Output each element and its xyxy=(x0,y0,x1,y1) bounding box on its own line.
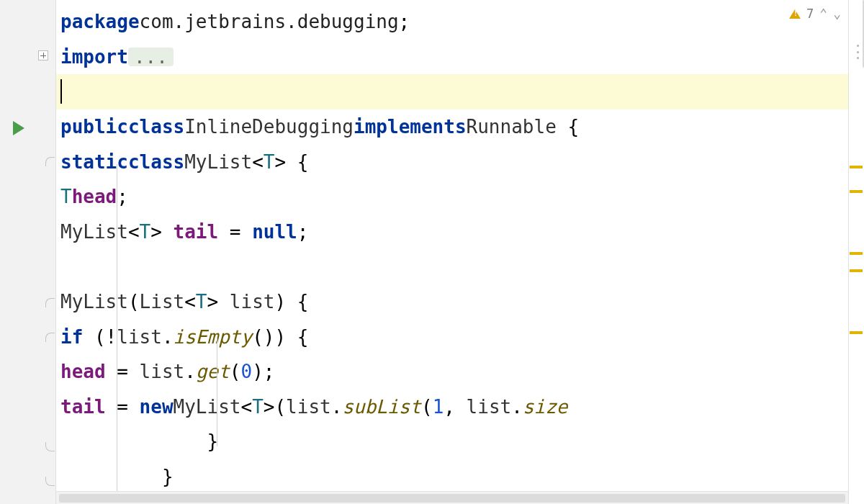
code-line: if (!list.isEmpty()) { xyxy=(56,319,848,354)
run-gutter-icon[interactable] xyxy=(13,121,24,135)
type-name: List xyxy=(140,292,185,311)
package-path: com.jetbrains.debugging xyxy=(140,12,399,31)
type-param: T xyxy=(60,187,72,206)
parameter: list xyxy=(286,397,331,416)
code-line xyxy=(56,249,848,284)
fold-guide xyxy=(117,164,117,504)
code-line: head = list.get(0); xyxy=(56,354,848,390)
warning-marker[interactable] xyxy=(850,331,863,334)
fold-region-start-icon[interactable] xyxy=(45,333,55,343)
type-param: T xyxy=(140,222,151,241)
editor-gutter[interactable] xyxy=(0,0,56,504)
code-line: MyList(List<T> list) { xyxy=(56,284,848,320)
keyword: if xyxy=(60,328,83,346)
method-call: get xyxy=(196,362,230,381)
type-name: InlineDebugging xyxy=(184,117,354,136)
parameter: list xyxy=(140,362,185,381)
field: head xyxy=(72,187,117,206)
type-name: MyList xyxy=(174,397,241,416)
horizontal-scrollbar[interactable] xyxy=(56,491,848,504)
folded-region[interactable]: ... xyxy=(128,48,174,66)
field: head xyxy=(60,362,106,381)
code-line: MyList<T> tail = null; xyxy=(56,215,848,250)
field: tail xyxy=(174,222,219,241)
keyword: class xyxy=(128,117,184,136)
error-stripe[interactable] xyxy=(848,0,864,504)
fold-expand-icon[interactable] xyxy=(38,50,48,60)
method-call: subList xyxy=(342,397,421,416)
code-line: } xyxy=(56,459,848,495)
chevron-up-icon[interactable]: ⌃ xyxy=(819,7,827,20)
parameter: list xyxy=(117,328,162,346)
parameter: list xyxy=(230,292,275,311)
code-line: public class InlineDebugging implements … xyxy=(56,109,848,145)
code-line: package com.jetbrains.debugging; xyxy=(56,4,848,40)
current-line xyxy=(56,74,848,109)
number-literal: 0 xyxy=(241,362,253,381)
fold-guide xyxy=(217,338,217,446)
chevron-down-icon[interactable]: ⌄ xyxy=(833,7,841,20)
parameter: list xyxy=(467,397,512,416)
keyword: static xyxy=(60,153,128,171)
number-literal: 1 xyxy=(433,397,444,416)
inspection-widget[interactable]: 7 ⌃ ⌄ xyxy=(786,6,844,22)
warning-marker[interactable] xyxy=(850,252,863,255)
code-line: T head; xyxy=(56,179,848,215)
code-line: } xyxy=(56,424,848,459)
fold-region-start-icon[interactable] xyxy=(45,157,55,167)
method-call: isEmpty xyxy=(174,328,253,346)
fold-region-end-icon[interactable] xyxy=(45,477,55,487)
field: tail xyxy=(60,397,106,416)
type-name: MyList xyxy=(184,153,252,171)
type-name: Runnable xyxy=(467,117,557,136)
warning-marker[interactable] xyxy=(850,166,863,168)
method-call: size xyxy=(523,397,568,416)
type-name: MyList xyxy=(60,292,128,311)
fold-region-start-icon[interactable] xyxy=(45,298,55,308)
warning-marker[interactable] xyxy=(850,269,863,272)
keyword: new xyxy=(140,397,174,416)
warning-icon xyxy=(789,9,801,19)
fold-region-end-icon[interactable] xyxy=(45,442,55,452)
text-caret xyxy=(60,79,62,104)
stripe-handle-icon[interactable] xyxy=(857,45,860,59)
inspection-count: 7 xyxy=(806,8,814,20)
keyword: import xyxy=(60,48,128,66)
type-param: T xyxy=(264,153,275,171)
keyword: implements xyxy=(354,117,467,136)
code-line: static class MyList<T> { xyxy=(56,144,848,179)
type-param: T xyxy=(252,397,264,416)
type-name: MyList xyxy=(60,222,128,241)
keyword: class xyxy=(128,153,184,171)
scrollbar-thumb[interactable] xyxy=(59,494,845,503)
keyword: package xyxy=(60,12,140,31)
keyword: public xyxy=(60,117,128,136)
type-param: T xyxy=(196,292,207,311)
editor-code-area[interactable]: package com.jetbrains.debugging; import … xyxy=(56,0,848,504)
warning-marker[interactable] xyxy=(850,190,863,193)
keyword: null xyxy=(252,222,297,241)
code-line: tail = new MyList<T>(list.subList(1, lis… xyxy=(56,390,848,425)
code-line: import ... xyxy=(56,40,848,75)
